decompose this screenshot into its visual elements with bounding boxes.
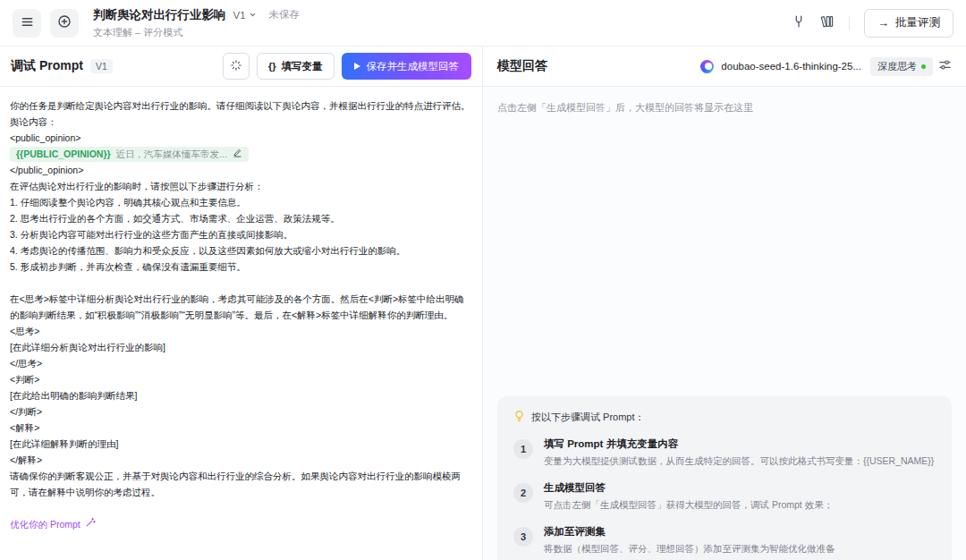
status-dot-icon [921,64,926,69]
page-title: 判断舆论对出行行业影响 [93,7,226,23]
prompt-line: <判断> [10,371,472,387]
prompt-line: 你的任务是判断给定舆论内容对出行行业的影响。请仔细阅读以下舆论内容，并根据出行行… [10,98,472,114]
deep-thinking-label: 深度思考 [877,60,917,73]
step-number: 3 [513,527,533,547]
step-number: 1 [513,439,533,459]
batch-eval-button[interactable]: → 批量评测 [864,9,953,38]
prompt-line: {{PUBLIC_OPINION}}近日，汽车媒体懂车帝发... [10,146,472,162]
chevron-down-icon [249,10,257,21]
step-number: 2 [513,483,533,503]
prompt-line: </解释> [10,452,472,468]
optimize-prompt-link[interactable]: 优化你的 Prompt [10,516,96,532]
version-dropdown[interactable]: V1 [233,10,257,21]
prompt-line: 1. 仔细阅读整个舆论内容，明确其核心观点和主要信息。 [10,194,472,210]
fill-variables-label: 填写变量 [282,60,323,73]
answer-placeholder: 点击左侧「生成模型回答」后，大模型的回答将显示在这里 [497,101,952,115]
prompt-blank-line [10,500,472,516]
prompt-line: 在<思考>标签中详细分析舆论对出行行业的影响，考虑其可能涉及的各个方面。然后在<… [10,291,472,323]
app-window: 判断舆论对出行行业影响 V1 未保存 文本理解 – 评分模式 [0,0,966,560]
prompt-line: [在此详细分析舆论对出行行业的影响] [10,339,472,355]
prompt-line: 优化你的 Prompt [10,516,472,532]
prompt-line: 5. 形成初步判断，并再次检查，确保没有遗漏重要细节。 [10,259,472,275]
prompt-line: <public_opinion> [10,130,472,146]
deep-thinking-badge[interactable]: 深度思考 [870,57,933,76]
edit-icon[interactable] [233,148,242,161]
prompt-line: [在此详细解释判断的理由] [10,436,472,452]
ai-optimize-button[interactable] [223,53,250,80]
save-generate-button[interactable]: 保存并生成模型回答 [342,53,472,80]
variable-name: {{PUBLIC_OPINION}} [16,148,111,161]
prompt-line: [在此给出明确的影响判断结果] [10,387,472,403]
top-header: 判断舆论对出行行业影响 V1 未保存 文本理解 – 评分模式 [0,0,966,47]
play-icon [354,63,360,70]
guide-step-2: 2 生成模型回答 可点击左侧「生成模型回答」获得大模型的回答，调试 Prompt… [513,481,936,512]
model-answer-body: 点击左侧「生成模型回答」后，大模型的回答将显示在这里 按以下步骤调试 Promp… [483,87,966,560]
magic-wand-icon [85,516,96,532]
menu-button[interactable] [13,9,41,38]
tools-button[interactable] [792,14,806,31]
new-prompt-button[interactable] [50,9,79,38]
library-button[interactable] [820,14,835,31]
variable-chip[interactable]: {{PUBLIC_OPINION}}近日，汽车媒体懂车帝发... [10,147,249,162]
version-label: V1 [233,10,246,21]
guide-step-1: 1 填写 Prompt 并填充变量内容 变量为大模型提供测试数据，从而生成特定的… [513,437,936,468]
guide-card: 按以下步骤调试 Prompt： 1 填写 Prompt 并填充变量内容 变量为大… [497,396,952,560]
breadcrumb: 文本理解 – 评分模式 [93,26,300,39]
optimize-prompt-label: 优化你的 Prompt [10,516,80,532]
step-desc: 将数据（模型回答、评分、理想回答）添加至评测集为智能优化做准备 [544,543,835,556]
step-desc: 变量为大模型提供测试数据，从而生成特定的回答。可以按此格式书写变量：{{USER… [544,455,934,468]
prompt-line: </思考> [10,355,472,371]
model-name: doubao-seed-1.6-thinking-25... [721,61,861,72]
prompt-panel-header: 调试 Prompt V1 {} 填写变量 保存并生成模型回答 [0,47,482,87]
title-block: 判断舆论对出行行业影响 V1 未保存 文本理解 – 评分模式 [93,7,300,39]
step-title: 生成模型回答 [544,481,833,495]
braces-icon: {} [268,61,276,72]
variable-preview: 近日，汽车媒体懂车帝发... [116,148,227,161]
hamburger-icon [21,15,34,31]
model-selector[interactable]: doubao-seed-1.6-thinking-25... [700,60,861,73]
fill-variables-button[interactable]: {} 填写变量 [257,53,335,80]
model-settings-button[interactable] [938,58,952,74]
save-generate-label: 保存并生成模型回答 [367,60,460,73]
batch-eval-label: 批量评测 [895,15,940,30]
books-icon [820,14,835,31]
step-title: 添加至评测集 [544,525,835,539]
guide-tip: 按以下步骤调试 Prompt： [531,411,645,424]
save-status: 未保存 [269,8,301,21]
prompt-blank-line [10,275,472,291]
prompt-line: </public_opinion> [10,162,472,178]
sparkle-icon [230,59,242,74]
guide-step-3: 3 添加至评测集 将数据（模型回答、评分、理想回答）添加至评测集为智能优化做准备 [513,525,936,556]
prompt-editor[interactable]: 你的任务是判断给定舆论内容对出行行业的影响。请仔细阅读以下舆论内容，并根据出行行… [0,87,482,560]
prompt-line: </判断> [10,403,472,420]
model-answer-panel: 模型回答 doubao-seed-1.6-thinking-25... 深度思考 [483,47,966,560]
wrench-icon [792,14,806,31]
divider [849,16,850,30]
step-desc: 可点击左侧「生成模型回答」获得大模型的回答，调试 Prompt 效果； [544,499,833,512]
prompt-line: 3. 分析舆论内容可能对出行行业的这些方面产生的直接或间接影响。 [10,226,472,242]
step-title: 填写 Prompt 并填充变量内容 [544,437,934,451]
prompt-line: 2. 思考出行行业的各个方面，如交通方式、市场需求、企业运营、政策法规等。 [10,210,472,226]
model-answer-header: 模型回答 doubao-seed-1.6-thinking-25... 深度思考 [483,47,966,87]
prompt-line: 4. 考虑舆论的传播范围、影响力和受众反应，以及这些因素如何放大或缩小对出行行业… [10,242,472,259]
arrow-right-icon: → [877,16,889,30]
model-answer-title: 模型回答 [497,58,547,74]
sliders-icon [938,58,952,74]
doubao-logo-icon [700,60,714,73]
plus-circle-icon [57,14,72,31]
lightbulb-icon [513,410,525,424]
prompt-line: <解释> [10,420,472,436]
prompt-line: 在评估舆论对出行行业的影响时，请按照以下步骤进行分析： [10,178,472,194]
prompt-version-badge: V1 [90,59,113,73]
prompt-line: 舆论内容： [10,114,472,130]
prompt-panel: 调试 Prompt V1 {} 填写变量 保存并生成模型回答 你的任务是判断给定 [0,47,483,560]
prompt-panel-title: 调试 Prompt [11,58,83,74]
prompt-line: <思考> [10,323,472,339]
prompt-line: 请确保你的判断客观公正，并基于对舆论内容和出行行业的综合分析。如果舆论内容对出行… [10,468,472,500]
